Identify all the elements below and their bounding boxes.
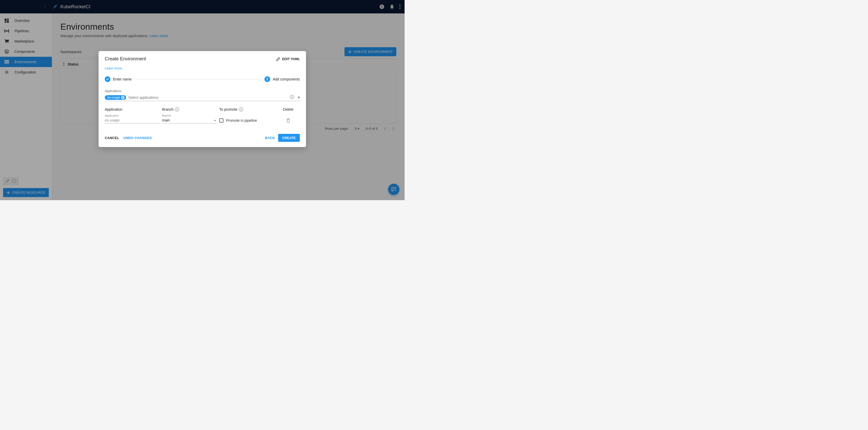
pencil-icon <box>276 57 280 61</box>
application-name-field: Application <box>105 114 160 124</box>
chip-remove-icon[interactable]: ✕ <box>121 96 125 99</box>
promote-cell[interactable]: Promote in pipeline <box>219 119 275 124</box>
step2-label: Add components <box>273 77 300 81</box>
application-chip: es-usage ✕ <box>105 95 126 100</box>
info-icon[interactable]: i <box>290 95 294 99</box>
create-button[interactable]: CREATE <box>278 134 300 142</box>
undo-changes-button[interactable]: UNDO CHANGES <box>123 136 152 140</box>
promote-label: Promote in pipeline <box>226 119 257 123</box>
create-environment-modal: Create Environment EDIT YAML Learn more.… <box>99 51 306 147</box>
modal-footer: CANCEL UNDO CHANGES BACK CREATE <box>105 134 300 142</box>
application-mini-label: Application <box>105 114 160 117</box>
promote-checkbox[interactable] <box>219 119 223 123</box>
dropdown-arrow-icon[interactable]: ▾ <box>298 95 300 100</box>
col-to-promote: To promotei <box>219 107 275 111</box>
back-button[interactable]: BACK <box>265 136 275 140</box>
check-icon <box>105 76 111 82</box>
step2-number: 2 <box>265 76 270 82</box>
chip-label: es-usage <box>107 96 120 99</box>
branch-mini-label: Branch <box>162 114 217 117</box>
application-name-input <box>105 117 160 124</box>
modal-learn-more-link[interactable]: Learn more. <box>105 66 123 70</box>
step-add-components[interactable]: 2 Add components <box>265 76 300 82</box>
cancel-button[interactable]: CANCEL <box>105 136 119 140</box>
col-branch: Branchi <box>162 107 217 111</box>
applications-select[interactable]: es-usage ✕ i ▾ <box>105 94 300 101</box>
stepper: Enter name 2 Add components <box>105 76 300 82</box>
branch-field[interactable]: Branch ▼ <box>162 114 217 124</box>
col-application: Application <box>105 107 160 111</box>
delete-row-button[interactable] <box>277 119 300 124</box>
trash-icon <box>286 119 290 123</box>
info-icon[interactable]: i <box>239 107 243 111</box>
step1-label: Enter name <box>113 77 132 81</box>
select-icons: i ▾ <box>290 95 300 100</box>
edit-yaml-button[interactable]: EDIT YAML <box>276 57 300 61</box>
applications-field: Applications es-usage ✕ i ▾ <box>105 89 300 101</box>
step-enter-name[interactable]: Enter name <box>105 76 132 82</box>
info-icon[interactable]: i <box>175 107 179 111</box>
branch-select[interactable] <box>162 117 217 124</box>
modal-title: Create Environment <box>105 56 146 62</box>
edit-yaml-label: EDIT YAML <box>282 57 300 61</box>
columns-header: Application Branchi To promotei Delete <box>105 107 300 111</box>
col-delete: Delete <box>277 107 300 111</box>
application-row: Application Branch ▼ Promote in pipeline <box>105 114 300 124</box>
applications-label: Applications <box>105 89 300 93</box>
step-connector <box>133 79 263 79</box>
modal-header: Create Environment EDIT YAML <box>105 56 300 62</box>
modal-learn-more: Learn more. <box>105 66 300 70</box>
dropdown-arrow-icon: ▼ <box>214 119 216 122</box>
applications-input[interactable] <box>128 95 290 100</box>
